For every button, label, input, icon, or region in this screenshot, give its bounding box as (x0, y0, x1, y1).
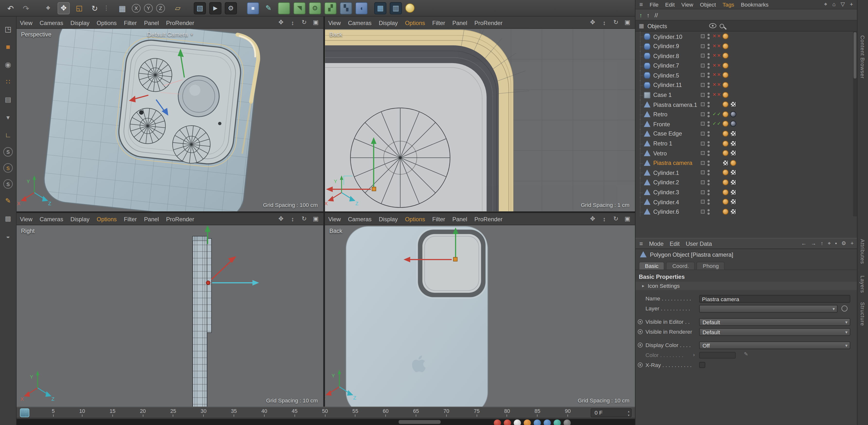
tag-slot-2[interactable] (730, 150, 736, 156)
viewport-menu-item[interactable]: ProRender (474, 19, 502, 26)
object-tag[interactable] (722, 111, 728, 117)
state-marks[interactable]: ✕✕ (712, 62, 722, 68)
object-tag[interactable] (722, 169, 728, 175)
attribute-tab[interactable]: Coord. (666, 262, 695, 269)
tag-slot-2[interactable] (730, 53, 736, 59)
visibility-dots[interactable] (707, 34, 710, 39)
enable-toggle[interactable] (701, 190, 705, 194)
back-closeup-canvas[interactable]: Back Grid Spacing : 1 cm (325, 29, 635, 211)
menu-item[interactable]: Object (700, 1, 716, 7)
object-tag[interactable] (722, 62, 728, 68)
visibility-dots[interactable] (707, 102, 710, 107)
visibility-dots[interactable] (707, 73, 710, 78)
object-tag[interactable] (730, 189, 736, 195)
object-tag[interactable] (722, 82, 728, 88)
tag-slot-1[interactable] (722, 43, 728, 49)
object-name[interactable]: Cylinder.11 (653, 81, 682, 88)
pan-view-icon[interactable]: ✥ (589, 18, 597, 27)
enable-toggle[interactable] (701, 83, 705, 87)
viewport-label[interactable]: Perspective (21, 31, 52, 38)
right-view-canvas[interactable]: Right Grid Spacing : 10 cm (17, 225, 323, 406)
object-tag[interactable] (730, 208, 736, 215)
tag-slot-1[interactable] (722, 72, 728, 78)
state-marks[interactable]: ✓✓ (712, 121, 722, 127)
viewport-menu-item[interactable]: Cameras (348, 216, 372, 222)
deformer-icon[interactable]: ◖ (355, 2, 368, 14)
polygons-mode-icon[interactable]: ▼ (2, 112, 13, 123)
tag-slot-2[interactable] (730, 43, 736, 49)
enable-toggle[interactable] (701, 122, 705, 126)
timeline-ruler[interactable]: 0 5 10 15 (17, 407, 590, 418)
nav-forward-icon[interactable]: → (811, 240, 816, 247)
object-row[interactable]: Vetro (636, 149, 853, 158)
enable-toggle[interactable] (701, 181, 705, 184)
tag-slot-1[interactable] (722, 92, 728, 98)
viewport-menu-item[interactable]: View (20, 19, 32, 26)
viewport-menu-item[interactable]: Panel (453, 216, 467, 222)
phone-back-mesh[interactable] (346, 226, 488, 407)
dolly-view-icon[interactable]: ↕ (600, 215, 608, 223)
xray-checkbox[interactable] (699, 362, 705, 368)
tag-slot-1[interactable] (722, 62, 728, 68)
coordinate-system-icon[interactable]: ▦ (116, 2, 128, 14)
object-row[interactable]: Retro 1 (636, 139, 853, 149)
object-tag[interactable] (722, 131, 728, 137)
lock-y-icon[interactable]: Y (144, 4, 153, 12)
rotate-view-icon[interactable]: ↻ (300, 18, 308, 27)
object-tag[interactable] (730, 101, 736, 107)
object-name[interactable]: Cylinder.2 (653, 179, 679, 186)
collapse-arrow-icon[interactable]: ▸ (642, 284, 645, 289)
viewport-menu-item[interactable]: Options (97, 216, 117, 222)
viewport-menu-item[interactable]: ProRender (474, 216, 502, 222)
object-tag[interactable] (722, 92, 728, 98)
object-name[interactable]: Piastra camera (653, 160, 692, 166)
enable-toggle[interactable] (701, 151, 705, 155)
viewport-label[interactable]: Right (21, 228, 35, 234)
keyframe-circle-icon[interactable] (638, 319, 643, 324)
viewport-label[interactable]: Back (329, 228, 342, 234)
tag-slot-2[interactable] (730, 160, 736, 166)
visibility-dots[interactable] (707, 209, 710, 215)
object-name[interactable]: Retro (653, 111, 668, 117)
viewport-menu-item[interactable]: ProRender (166, 216, 194, 222)
toggle-view-icon[interactable]: ▣ (312, 215, 320, 223)
menu-item[interactable]: File (650, 1, 658, 7)
object-row[interactable]: Cylinder.9 ✕✕ (636, 41, 853, 51)
attr-menu-edit[interactable]: Edit (670, 240, 680, 247)
enable-toggle[interactable] (701, 200, 705, 204)
object-row[interactable]: Cylinder.2 (636, 177, 853, 187)
home-icon[interactable]: ⌂ (832, 1, 836, 8)
visible-editor-dropdown[interactable]: Default (699, 318, 850, 326)
object-name[interactable]: Piastra camera.1 (653, 101, 697, 107)
parent-object-icon[interactable]: ↑ (647, 11, 650, 18)
scale-key-icon[interactable] (534, 419, 541, 425)
pan-view-icon[interactable]: ✥ (277, 18, 285, 27)
object-row[interactable]: Cylinder.7 ✕✕ (636, 61, 853, 70)
object-row[interactable]: Cylinder.8 ✕✕ (636, 51, 853, 61)
tag-slot-2[interactable] (730, 72, 736, 78)
mograph-array-icon[interactable]: ▚ (340, 2, 352, 14)
tag-slot-2[interactable] (730, 140, 736, 146)
attr-menu-mode[interactable]: Mode (649, 240, 664, 247)
object-tag[interactable] (730, 131, 736, 137)
case-edge-mesh[interactable] (325, 29, 529, 211)
pen-spline-icon[interactable]: ✎ (262, 2, 275, 14)
enable-toggle[interactable] (701, 132, 705, 135)
scene-objects-icon[interactable]: ▦ (374, 2, 386, 14)
make-editable-icon[interactable]: ◳ (2, 23, 13, 34)
subdivision-surface-icon[interactable] (278, 2, 290, 14)
visible-renderer-dropdown[interactable]: Default (699, 328, 850, 336)
generator-icon[interactable]: ⚙ (309, 2, 321, 14)
tag-slot-2[interactable] (730, 111, 736, 117)
enable-toggle[interactable] (701, 93, 705, 97)
tag-slot-1[interactable] (722, 101, 728, 107)
tag-slot-1[interactable] (722, 189, 728, 195)
timeline-zoom-handle[interactable] (399, 420, 440, 424)
object-tag[interactable] (730, 140, 736, 146)
camera-label[interactable]: Default Camera ▾ (147, 31, 193, 38)
side-tab-attributes[interactable]: Attributes (860, 239, 866, 264)
object-tag[interactable] (722, 43, 728, 49)
new-panel-icon[interactable]: + (850, 240, 854, 247)
expand-icon[interactable]: › (693, 352, 695, 358)
tag-slot-2[interactable] (730, 189, 736, 195)
